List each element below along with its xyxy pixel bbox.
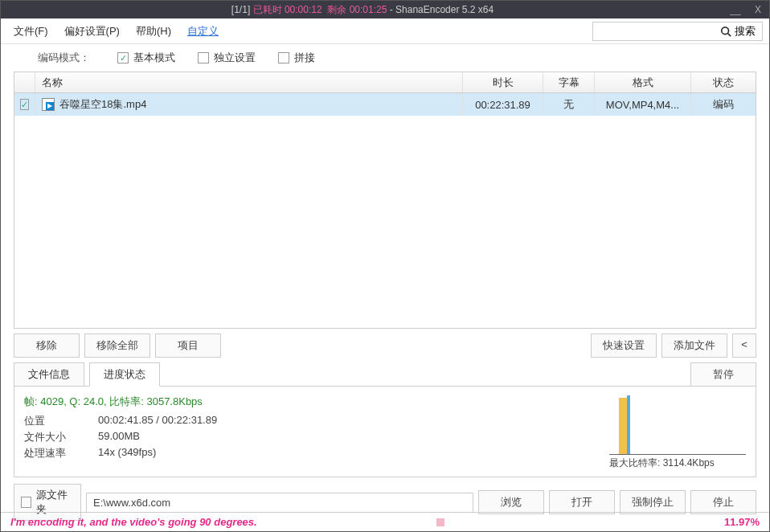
video-file-icon xyxy=(42,98,55,111)
quick-settings-button[interactable]: 快速设置 xyxy=(591,334,657,358)
graph-bar xyxy=(619,398,627,454)
mode-individual-checkbox[interactable]: 独立设置 xyxy=(198,51,256,65)
file-table: 名称 时长 字幕 格式 状态 ✓ 吞噬星空18集.mp4 00:22:31.89… xyxy=(14,72,756,329)
status-bar: I'm encoding it, and the video's going 9… xyxy=(1,512,769,531)
col-subtitle[interactable]: 字幕 xyxy=(543,72,595,92)
menu-file[interactable]: 文件(F) xyxy=(7,21,55,42)
progress-panel: 帧: 4029, Q: 24.0, 比特率: 3057.8Kbps 位置00:0… xyxy=(14,386,756,477)
table-row[interactable]: ✓ 吞噬星空18集.mp4 00:22:31.89 无 MOV,MP4,M4..… xyxy=(14,93,756,116)
row-checkbox-cell[interactable]: ✓ xyxy=(14,93,35,116)
encode-mode-row: 编码模式： ✓ 基本模式 独立设置 拼接 xyxy=(1,44,769,72)
bitrate-graph-box: 最大比特率: 3114.4Kbps xyxy=(609,395,746,470)
collapse-button[interactable]: < xyxy=(732,334,756,358)
progress-indicator-icon xyxy=(436,518,444,526)
menu-custom[interactable]: 自定义 xyxy=(181,21,225,42)
tab-progress[interactable]: 进度状态 xyxy=(89,362,160,387)
checkbox-icon: ✓ xyxy=(20,99,29,110)
speed-label: 处理速率 xyxy=(24,446,98,460)
open-button[interactable]: 打开 xyxy=(549,490,615,514)
size-label: 文件大小 xyxy=(24,430,98,444)
stop-button[interactable]: 停止 xyxy=(690,490,756,514)
status-text: I'm encoding it, and the video's going 9… xyxy=(10,516,257,528)
svg-point-0 xyxy=(722,27,729,34)
close-button[interactable]: X xyxy=(747,4,769,15)
search-input[interactable] xyxy=(593,26,714,37)
tab-file-info[interactable]: 文件信息 xyxy=(14,362,84,387)
titlebar: [1/1] 已耗时 00:00:12 剩余 00:01:25 - ShanaEn… xyxy=(1,1,769,18)
browse-button[interactable]: 浏览 xyxy=(478,490,544,514)
force-stop-button[interactable]: 强制停止 xyxy=(620,490,686,514)
titlebar-text: [1/1] 已耗时 00:00:12 剩余 00:01:25 - ShanaEn… xyxy=(1,3,724,17)
checkbox-icon xyxy=(278,52,289,63)
search-button-label: 搜索 xyxy=(735,24,756,39)
encode-mode-label: 编码模式： xyxy=(14,51,90,65)
project-button[interactable]: 项目 xyxy=(155,334,221,358)
search-button[interactable]: 搜索 xyxy=(714,24,762,39)
status-percent: 11.97% xyxy=(715,516,760,528)
title-remain: 00:01:25 xyxy=(350,4,387,15)
col-duration[interactable]: 时长 xyxy=(463,72,543,92)
graph-bar xyxy=(627,395,630,454)
output-path-input[interactable] xyxy=(86,493,473,513)
title-progress: [1/1] xyxy=(231,4,250,15)
pos-value: 00:02:41.85 / 00:22:31.89 xyxy=(98,414,217,428)
col-status[interactable]: 状态 xyxy=(691,72,756,92)
row-name-cell: 吞噬星空18集.mp4 xyxy=(35,93,463,116)
menu-help[interactable]: 帮助(H) xyxy=(129,21,178,42)
table-header: 名称 时长 字幕 格式 状态 xyxy=(14,72,756,93)
table-body: ✓ 吞噬星空18集.mp4 00:22:31.89 无 MOV,MP4,M4..… xyxy=(14,93,756,328)
row-status: 编码 xyxy=(691,93,756,116)
title-elapsed-label: 已耗时 xyxy=(253,4,282,15)
search-icon xyxy=(720,26,731,37)
size-value: 59.00MB xyxy=(98,430,140,444)
title-appname: ShanaEncoder 5.2 x64 xyxy=(395,4,494,15)
title-elapsed: 00:00:12 xyxy=(285,4,322,15)
progress-stats: 帧: 4029, Q: 24.0, 比特率: 3057.8Kbps 位置00:0… xyxy=(24,395,609,470)
col-name[interactable]: 名称 xyxy=(35,72,463,92)
mode-concat-label: 拼接 xyxy=(294,51,315,65)
mode-concat-checkbox[interactable]: 拼接 xyxy=(278,51,315,65)
table-buttons: 移除 移除全部 项目 快速设置 添加文件 < xyxy=(14,334,756,358)
row-name: 吞噬星空18集.mp4 xyxy=(59,97,146,112)
row-duration: 00:22:31.89 xyxy=(463,93,543,116)
bitrate-graph xyxy=(609,395,746,455)
checkbox-icon xyxy=(198,52,209,63)
search-box: 搜索 xyxy=(592,22,763,41)
remove-all-button[interactable]: 移除全部 xyxy=(84,334,150,358)
row-subtitle: 无 xyxy=(543,93,595,116)
row-format: MOV,MP4,M4... xyxy=(595,93,691,116)
col-format[interactable]: 格式 xyxy=(595,72,691,92)
mode-basic-checkbox[interactable]: ✓ 基本模式 xyxy=(117,51,175,65)
title-app: - xyxy=(390,4,395,15)
svg-line-1 xyxy=(728,33,731,36)
max-bitrate-label: 最大比特率: 3114.4Kbps xyxy=(609,456,746,470)
pos-label: 位置 xyxy=(24,414,98,428)
info-tabs: 文件信息 进度状态 暂停 xyxy=(14,362,756,387)
speed-value: 14x (349fps) xyxy=(98,446,156,460)
add-file-button[interactable]: 添加文件 xyxy=(661,334,727,358)
title-remain-label: 剩余 xyxy=(327,4,346,15)
checkbox-icon: ✓ xyxy=(117,52,129,63)
mode-individual-label: 独立设置 xyxy=(214,51,256,65)
pause-button[interactable]: 暂停 xyxy=(690,362,756,387)
col-checkbox[interactable] xyxy=(14,72,35,92)
menubar: 文件(F) 偏好设置(P) 帮助(H) 自定义 搜索 xyxy=(1,18,769,44)
encode-stats-line: 帧: 4029, Q: 24.0, 比特率: 3057.8Kbps xyxy=(24,395,609,409)
menu-prefs[interactable]: 偏好设置(P) xyxy=(58,21,126,42)
checkbox-icon xyxy=(21,497,31,508)
minimize-button[interactable]: __ xyxy=(724,4,747,15)
remove-button[interactable]: 移除 xyxy=(14,334,80,358)
mode-basic-label: 基本模式 xyxy=(133,51,175,65)
